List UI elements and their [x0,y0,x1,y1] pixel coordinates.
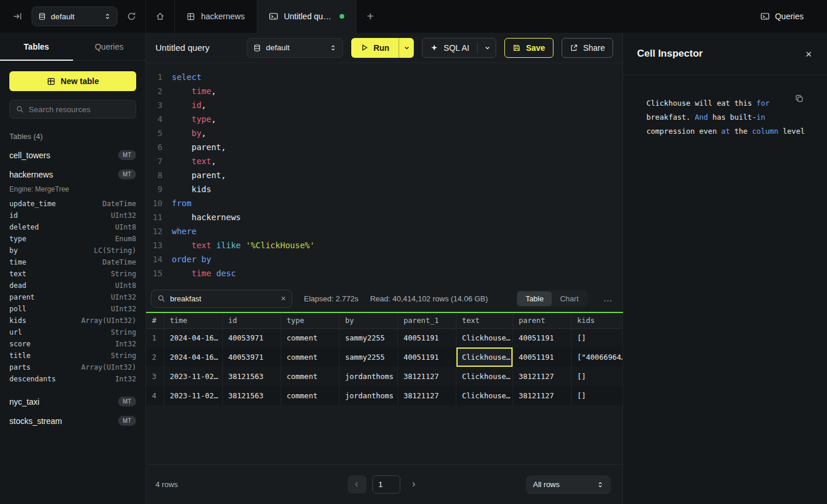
table-cell[interactable]: jordanthoms [339,367,397,386]
code-line[interactable]: 5 by, [146,126,622,140]
code-line[interactable]: 6 parent, [146,140,622,154]
resource-search-input[interactable] [29,105,132,114]
table-cell[interactable]: 2024-04-16… [164,328,222,347]
previous-page-button[interactable] [348,475,366,493]
column-header[interactable]: kids [571,312,622,328]
column-header[interactable]: time [164,312,222,328]
clear-search-icon[interactable]: × [281,294,286,303]
close-icon[interactable]: × [805,48,812,60]
page-size-selector[interactable]: All rows [526,475,611,494]
run-options-caret[interactable] [399,38,414,58]
column-header[interactable]: parent_1 [397,312,456,328]
column-header[interactable]: type [281,312,339,328]
new-tab-button[interactable]: + [357,0,385,33]
more-options-icon[interactable]: … [600,293,617,304]
queries-button[interactable]: Queries [760,12,804,21]
table-cell[interactable]: comment [281,328,339,347]
code-line[interactable]: 2 time, [146,84,622,98]
view-toggle-chart[interactable]: Chart [552,291,587,306]
copy-icon[interactable] [795,94,804,103]
tab-home[interactable] [146,0,175,33]
column-header[interactable]: by [339,312,397,328]
table-cell[interactable]: 2024-04-16… [164,347,222,367]
table-cell[interactable]: 38121563 [222,367,281,386]
sql-ai-button[interactable]: SQL AI [422,38,496,58]
column-row[interactable]: titleString [9,350,136,362]
table-cell[interactable]: Clickhouse… [456,328,513,347]
column-header[interactable]: id [222,312,281,328]
sidebar-tab-tables[interactable]: Tables [0,33,73,60]
column-row[interactable]: typeEnum8 [9,233,136,245]
code-line[interactable]: 9 kids [146,182,622,196]
tab-untitled-query[interactable]: Untitled qu… [257,0,357,33]
sidebar-tab-queries[interactable]: Queries [73,33,146,60]
table-cell[interactable]: sammy2255 [339,347,397,367]
code-line[interactable]: 11 hackernews [146,210,622,224]
column-row[interactable]: parentUInt32 [9,291,136,303]
share-button[interactable]: Share [562,38,613,58]
table-cell[interactable]: 38121127 [397,367,456,386]
sidebar-table-nyc_taxi[interactable]: nyc_taxiMT [9,392,136,411]
code-line[interactable]: 4 type, [146,112,622,126]
column-row[interactable]: byLC(String) [9,245,136,256]
results-search-input[interactable] [170,294,276,303]
tab-hackernews[interactable]: hackernews [175,0,257,33]
run-button[interactable]: Run [351,38,414,58]
table-cell[interactable]: 2023-11-02… [164,367,222,386]
table-cell[interactable]: Clickhouse… [456,367,513,386]
page-number-input[interactable] [372,475,400,493]
table-cell[interactable]: 38121563 [222,386,281,405]
sidebar-table-cell_towers[interactable]: cell_towersMT [9,145,136,165]
column-row[interactable]: kidsArray(UInt32) [9,315,136,326]
column-row[interactable]: timeDateTime [9,256,136,268]
table-cell[interactable]: Clickhouse… [456,347,513,367]
column-row[interactable]: scoreInt32 [9,338,136,350]
code-line[interactable]: 14order by [146,252,622,266]
next-page-button[interactable] [406,475,421,493]
column-row[interactable]: urlString [9,326,136,338]
table-cell[interactable]: ["40066964… [571,347,622,367]
view-toggle-table[interactable]: Table [517,291,552,306]
column-header[interactable]: parent [513,312,571,328]
table-cell[interactable]: sammy2255 [339,328,397,347]
table-cell[interactable]: 40051191 [513,328,571,347]
table-cell[interactable]: 38121127 [397,386,456,405]
sidebar-table-hackernews[interactable]: hackernewsMT [9,165,136,184]
column-row[interactable]: pollUInt32 [9,303,136,315]
column-row[interactable]: idUInt32 [9,210,136,221]
code-line[interactable]: 7 text, [146,154,622,168]
column-row[interactable]: textString [9,268,136,280]
run-button-main[interactable]: Run [351,38,399,58]
column-row[interactable]: deadUInt8 [9,280,136,291]
table-cell[interactable]: [] [571,328,622,347]
table-cell[interactable]: 40051191 [397,347,456,367]
table-cell[interactable]: 40053971 [222,328,281,347]
table-cell[interactable]: 2023-11-02… [164,386,222,405]
table-cell[interactable]: 38121127 [513,386,571,405]
new-table-button[interactable]: New table [9,71,136,91]
table-cell[interactable]: [] [571,367,622,386]
database-selector[interactable]: default [32,6,117,26]
code-line[interactable]: 13 text ilike '%ClickHouse%' [146,238,622,252]
sidebar-table-stocks_stream[interactable]: stocks_streamMT [9,411,136,430]
save-button[interactable]: Save [504,38,553,58]
table-cell[interactable]: comment [281,386,339,405]
column-row[interactable]: descendantsInt32 [9,373,136,385]
code-line[interactable]: 15 time desc [146,266,622,280]
code-line[interactable]: 1select [146,70,622,84]
code-line[interactable]: 8 parent, [146,168,622,182]
table-cell[interactable]: comment [281,347,339,367]
table-cell[interactable]: jordanthoms [339,386,397,405]
table-cell[interactable]: [] [571,386,622,405]
table-cell[interactable]: 40051191 [513,347,571,367]
column-row[interactable]: update_timeDateTime [9,198,136,210]
code-line[interactable]: 3 id, [146,98,622,112]
table-cell[interactable]: 38121127 [513,367,571,386]
column-row[interactable]: deletedUInt8 [9,221,136,233]
table-cell[interactable]: comment [281,367,339,386]
column-header[interactable]: text [456,312,513,328]
code-line[interactable]: 12where [146,224,622,238]
header-database-selector[interactable]: default [247,38,343,58]
refresh-icon[interactable] [124,9,139,23]
table-cell[interactable]: 40051191 [397,328,456,347]
